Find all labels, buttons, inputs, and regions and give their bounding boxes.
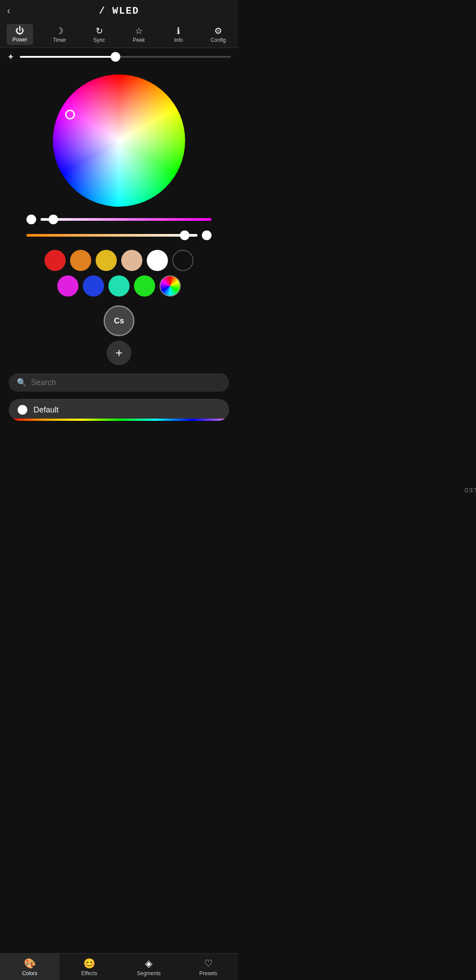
white-slider[interactable] xyxy=(26,234,197,237)
swatch-blue[interactable] xyxy=(83,275,104,297)
swatch-yellow[interactable] xyxy=(96,250,117,271)
timer-icon: ☽ xyxy=(56,26,63,36)
swatch-teal[interactable] xyxy=(108,275,130,297)
default-item-indicator xyxy=(18,405,27,415)
search-icon: 🔍 xyxy=(17,378,26,387)
info-icon: ℹ xyxy=(177,26,180,36)
tab-peek[interactable]: ☆ Peek xyxy=(126,24,152,45)
header: ‹ / WLED xyxy=(0,0,238,22)
nav-tabs: ⏻ Power ☽ Timer ↻ Sync ☆ Peek ℹ Info ⚙ C… xyxy=(0,22,238,48)
tab-timer[interactable]: ☽ Timer xyxy=(46,24,73,45)
color-wheel[interactable] xyxy=(53,74,185,207)
sync-icon: ↻ xyxy=(96,26,103,36)
color-wheel-container xyxy=(0,66,238,211)
power-icon: ⏻ xyxy=(15,26,24,36)
brightness-row: ✦ xyxy=(0,48,238,66)
search-input[interactable] xyxy=(31,378,221,387)
tab-config-label: Config xyxy=(211,37,226,43)
swatch-green[interactable] xyxy=(134,275,155,297)
swatch-rainbow[interactable] xyxy=(160,275,181,297)
default-item-label: Default xyxy=(33,405,59,415)
default-effect-item[interactable]: Default xyxy=(9,399,229,421)
brightness-icon: ✦ xyxy=(7,52,15,62)
tab-power[interactable]: ⏻ Power xyxy=(7,24,33,45)
app-title: / WLED xyxy=(99,6,139,17)
tab-power-label: Power xyxy=(12,37,27,43)
sliders-section xyxy=(0,211,238,244)
back-button[interactable]: ‹ xyxy=(7,5,10,17)
swatches-row-2 xyxy=(57,275,181,297)
add-icon: + xyxy=(115,346,123,360)
swatch-white[interactable] xyxy=(147,250,168,271)
swatches-row-1 xyxy=(45,250,193,271)
cs-button[interactable]: Cs xyxy=(104,305,134,336)
peek-icon: ☆ xyxy=(135,26,143,36)
swatch-orange[interactable] xyxy=(70,250,91,271)
swatch-warm-white[interactable] xyxy=(121,250,142,271)
default-item-rainbow-bar xyxy=(9,419,229,421)
hue-thumb-dot xyxy=(26,215,36,224)
swatches-section xyxy=(0,244,238,301)
swatch-black[interactable] xyxy=(172,250,193,271)
add-button[interactable]: + xyxy=(107,341,131,365)
config-icon: ⚙ xyxy=(214,26,222,36)
white-thumb-dot xyxy=(202,230,212,240)
swatch-red[interactable] xyxy=(45,250,66,271)
search-container: 🔍 xyxy=(0,370,238,395)
hue-slider-row xyxy=(26,215,212,224)
tab-info-label: Info xyxy=(174,37,183,43)
tab-peek-label: Peek xyxy=(133,37,145,43)
tab-info[interactable]: ℹ Info xyxy=(165,24,192,45)
white-slider-row xyxy=(26,230,212,240)
hue-slider[interactable] xyxy=(41,218,212,221)
cs-button-label: Cs xyxy=(114,316,124,326)
tab-sync[interactable]: ↻ Sync xyxy=(86,24,112,45)
tab-sync-label: Sync xyxy=(93,37,105,43)
color-wheel-thumb[interactable] xyxy=(65,110,75,119)
search-box: 🔍 xyxy=(9,373,229,392)
brightness-slider[interactable] xyxy=(20,56,231,58)
tab-timer-label: Timer xyxy=(53,37,66,43)
swatch-magenta[interactable] xyxy=(57,275,78,297)
tab-config[interactable]: ⚙ Config xyxy=(205,24,231,45)
